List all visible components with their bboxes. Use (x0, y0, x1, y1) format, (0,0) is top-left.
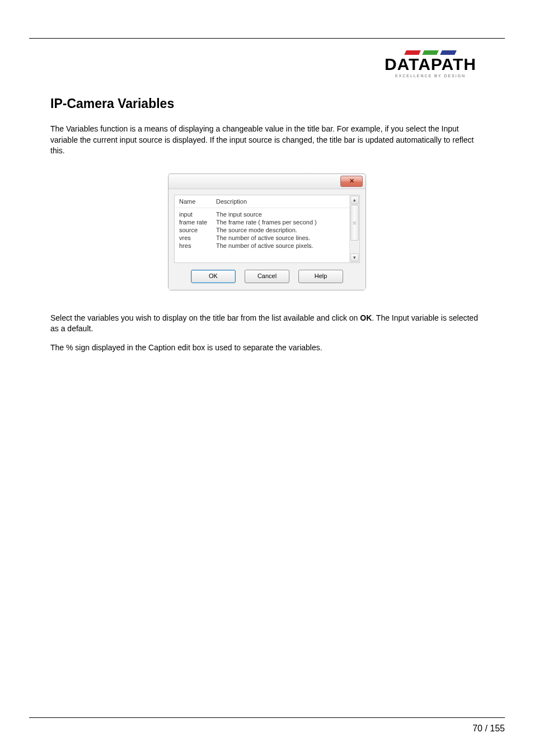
ok-button[interactable]: OK (191, 270, 236, 283)
para2-bold: OK (360, 313, 372, 322)
scrollbar[interactable]: ▴ ▾ (349, 195, 359, 262)
caption-paragraph: The % sign displayed in the Caption edit… (50, 342, 484, 354)
list-item[interactable]: frame rate The frame rate ( frames per s… (175, 218, 349, 226)
top-rule (29, 38, 505, 39)
var-name: frame rate (179, 219, 216, 226)
variables-list[interactable]: Name Description input The input source … (174, 195, 360, 263)
bottom-rule (29, 717, 505, 718)
var-desc: The frame rate ( frames per second ) (216, 219, 345, 226)
chevron-up-icon: ▴ (353, 197, 356, 203)
var-desc: The source mode description. (216, 227, 345, 233)
var-name: source (179, 227, 216, 233)
var-desc: The input source (216, 211, 345, 218)
var-desc: The number of active source pixels. (216, 242, 345, 249)
page-number: 70 / 155 (472, 724, 505, 734)
col-header-desc: Description (216, 198, 345, 205)
list-item[interactable]: hres The number of active source pixels. (175, 242, 349, 250)
brand-logo: DATAPATH EXCELLENCE BY DESIGN (377, 50, 484, 78)
list-content: Name Description input The input source … (175, 195, 349, 262)
list-item[interactable]: input The input source (175, 210, 349, 218)
variables-dialog: ✕ Name Description input The input sou (168, 173, 366, 290)
chevron-down-icon: ▾ (353, 255, 356, 260)
scroll-down-button[interactable]: ▾ (350, 253, 359, 262)
close-icon: ✕ (349, 177, 354, 184)
intro-paragraph: The Variables function is a means of dis… (50, 124, 484, 157)
dialog-titlebar: ✕ (168, 174, 366, 189)
var-desc: The number of active source lines. (216, 234, 345, 241)
close-button[interactable]: ✕ (340, 176, 363, 187)
dialog-screenshot: ✕ Name Description input The input sou (168, 173, 366, 290)
logo-text: DATAPATH (377, 56, 484, 73)
scroll-thumb[interactable] (350, 205, 359, 241)
para2-pre: Select the variables you wish to display… (50, 313, 360, 322)
instruction-paragraph: Select the variables you wish to display… (50, 313, 484, 335)
list-item[interactable]: vres The number of active source lines. (175, 234, 349, 242)
help-button[interactable]: Help (298, 270, 343, 283)
dialog-button-row: OK Cancel Help (174, 270, 360, 283)
cancel-button[interactable]: Cancel (245, 270, 289, 283)
var-name: hres (179, 242, 216, 249)
page-title: IP-Camera Variables (50, 96, 484, 111)
var-name: vres (179, 234, 216, 241)
logo-tagline: EXCELLENCE BY DESIGN (377, 74, 484, 78)
col-header-name: Name (179, 198, 216, 205)
list-item-partial: — (175, 250, 349, 253)
dialog-body: Name Description input The input source … (168, 189, 366, 290)
document-page: DATAPATH EXCELLENCE BY DESIGN IP-Camera … (0, 0, 534, 756)
logo-bars-icon (377, 50, 484, 55)
list-header: Name Description (175, 198, 349, 208)
var-name: input (179, 211, 216, 218)
scroll-up-button[interactable]: ▴ (350, 196, 359, 204)
content-area: IP-Camera Variables The Variables functi… (50, 96, 484, 361)
list-item[interactable]: source The source mode description. (175, 226, 349, 234)
